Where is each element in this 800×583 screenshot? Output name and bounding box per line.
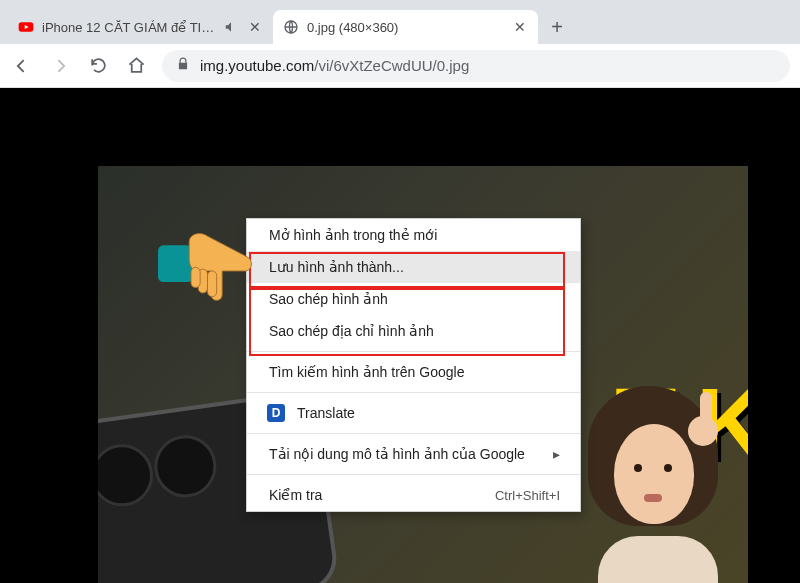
- reload-button[interactable]: [86, 54, 110, 78]
- cm-image-description[interactable]: Tải nội dung mô tả hình ảnh của Google ▸: [247, 438, 580, 470]
- cm-label: Translate: [297, 405, 355, 421]
- cm-search-google[interactable]: Tìm kiếm hình ảnh trên Google: [247, 356, 580, 388]
- home-button[interactable]: [124, 54, 148, 78]
- new-tab-button[interactable]: +: [542, 12, 572, 42]
- cm-open-new-tab[interactable]: Mở hình ảnh trong thẻ mới: [247, 219, 580, 251]
- cm-label: Sao chép hình ảnh: [269, 291, 388, 307]
- chevron-right-icon: ▸: [553, 446, 560, 462]
- separator: [247, 474, 580, 475]
- separator: [247, 433, 580, 434]
- cm-label: Lưu hình ảnh thành...: [269, 259, 404, 275]
- tab-iphone12[interactable]: iPhone 12 CẮT GIẢM để TIẾT ✕: [8, 10, 273, 44]
- separator: [247, 392, 580, 393]
- cm-label: Mở hình ảnh trong thẻ mới: [269, 227, 437, 243]
- cm-copy-image-address[interactable]: Sao chép địa chỉ hình ảnh: [247, 315, 580, 347]
- cm-label: Sao chép địa chỉ hình ảnh: [269, 323, 434, 339]
- tab-image[interactable]: 0.jpg (480×360) ✕: [273, 10, 538, 44]
- cm-label: Tìm kiếm hình ảnh trên Google: [269, 364, 464, 380]
- tab-title: 0.jpg (480×360): [307, 20, 504, 35]
- context-menu: Mở hình ảnh trong thẻ mới Lưu hình ảnh t…: [246, 218, 581, 512]
- mute-icon[interactable]: [223, 19, 239, 35]
- url-text: img.youtube.com/vi/6vXtZeCwdUU/0.jpg: [200, 57, 469, 74]
- back-button[interactable]: [10, 54, 34, 78]
- cm-shortcut: Ctrl+Shift+I: [495, 488, 560, 503]
- toolbar: img.youtube.com/vi/6vXtZeCwdUU/0.jpg: [0, 44, 800, 88]
- cm-label: Tải nội dung mô tả hình ảnh của Google: [269, 446, 525, 462]
- cm-label: Kiểm tra: [269, 487, 322, 503]
- separator: [247, 351, 580, 352]
- address-bar[interactable]: img.youtube.com/vi/6vXtZeCwdUU/0.jpg: [162, 50, 790, 82]
- youtube-icon: [18, 19, 34, 35]
- translate-icon: D: [267, 404, 285, 422]
- globe-icon: [283, 19, 299, 35]
- tab-strip: iPhone 12 CẮT GIẢM để TIẾT ✕ 0.jpg (480×…: [0, 0, 800, 44]
- tab-title: iPhone 12 CẮT GIẢM để TIẾT: [42, 20, 215, 35]
- close-icon[interactable]: ✕: [247, 19, 263, 35]
- cm-inspect[interactable]: Kiểm tra Ctrl+Shift+I: [247, 479, 580, 511]
- cm-translate[interactable]: D Translate: [247, 397, 580, 429]
- cm-copy-image[interactable]: Sao chép hình ảnh: [247, 283, 580, 315]
- close-icon[interactable]: ✕: [512, 19, 528, 35]
- forward-button: [48, 54, 72, 78]
- person-graphic: [558, 386, 738, 583]
- cm-save-image-as[interactable]: Lưu hình ảnh thành...: [247, 251, 580, 283]
- lock-icon: [176, 57, 190, 74]
